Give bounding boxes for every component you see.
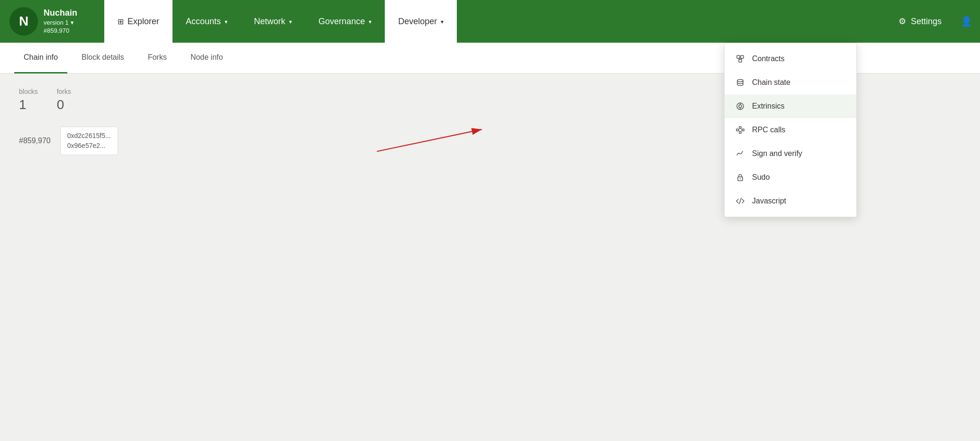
nav-label-governance: Governance	[318, 17, 365, 27]
tab-block-details[interactable]: Block details	[72, 43, 134, 74]
chevron-down-icon: ▾	[441, 18, 444, 25]
code-icon	[735, 196, 745, 206]
svg-rect-2	[737, 55, 740, 58]
menu-label-sudo: Sudo	[752, 173, 770, 182]
settings-label: Settings	[911, 17, 942, 27]
svg-rect-13	[739, 127, 741, 129]
svg-point-9	[739, 105, 742, 108]
menu-label-rpc-calls: RPC calls	[752, 126, 785, 134]
extrinsics-icon	[735, 101, 745, 111]
svg-rect-14	[739, 131, 741, 133]
nav-item-developer[interactable]: Developer ▾	[385, 0, 457, 43]
logo-text: Nuchain version 1 ▾ #859,970	[44, 8, 77, 35]
svg-line-6	[740, 58, 742, 59]
hash-line-2: 0x96e57e2...	[67, 141, 111, 151]
app-name: Nuchain	[44, 8, 77, 18]
main-nav: ⊞ Explorer Accounts ▾ Network ▾ Governan…	[104, 0, 887, 43]
nav-item-network[interactable]: Network ▾	[241, 0, 305, 43]
menu-item-javascript[interactable]: Javascript	[725, 189, 856, 213]
svg-rect-15	[742, 129, 744, 131]
app-version: version 1 ▾	[44, 19, 77, 27]
blocks-label: blocks	[19, 88, 38, 95]
rpc-icon	[735, 125, 745, 135]
nav-item-accounts[interactable]: Accounts ▾	[172, 0, 241, 43]
stat-blocks: blocks 1	[19, 88, 38, 112]
tab-forks[interactable]: Forks	[138, 43, 176, 74]
chevron-down-icon: ▾	[71, 19, 74, 27]
chain-state-icon	[735, 77, 745, 88]
menu-item-sudo[interactable]: Sudo	[725, 165, 856, 189]
svg-rect-4	[739, 59, 742, 62]
menu-label-sign-verify: Sign and verify	[752, 149, 802, 158]
menu-item-sign-verify[interactable]: Sign and verify	[725, 142, 856, 165]
chevron-down-icon: ▾	[225, 18, 227, 25]
menu-label-chain-state: Chain state	[752, 78, 790, 87]
logo-icon: N	[9, 7, 38, 36]
menu-item-chain-state[interactable]: Chain state	[725, 71, 856, 94]
tab-chain-info[interactable]: Chain info	[14, 43, 67, 74]
sign-icon	[735, 148, 745, 159]
developer-dropdown: Contracts Chain state Extrinsics	[724, 43, 857, 217]
menu-label-contracts: Contracts	[752, 55, 784, 63]
current-block-number: #859,970	[19, 137, 51, 145]
svg-line-22	[739, 198, 741, 204]
blocks-value: 1	[19, 97, 27, 112]
stat-forks: forks 0	[57, 88, 71, 112]
nav-label-network: Network	[254, 17, 285, 27]
nav-item-governance[interactable]: Governance ▾	[305, 0, 385, 43]
nav-label-developer: Developer	[398, 17, 437, 27]
nav-item-explorer[interactable]: ⊞ Explorer	[104, 0, 172, 43]
forks-label: forks	[57, 88, 71, 95]
contracts-icon	[735, 54, 745, 64]
forks-value: 0	[57, 97, 64, 112]
block-hash-box: 0xd2c2615f5... 0x96e57e2...	[60, 127, 118, 155]
hash-line-1: 0xd2c2615f5...	[67, 131, 111, 141]
nav-label-accounts: Accounts	[186, 17, 221, 27]
nav-label-explorer: Explorer	[127, 17, 159, 27]
tab-node-info[interactable]: Node info	[181, 43, 233, 74]
main-header: N Nuchain version 1 ▾ #859,970 ⊞ Explore…	[0, 0, 980, 43]
menu-item-contracts[interactable]: Contracts	[725, 47, 856, 71]
grid-icon: ⊞	[118, 17, 124, 26]
block-number-header: #859,970	[44, 27, 77, 35]
svg-line-5	[738, 58, 740, 59]
svg-point-21	[740, 178, 741, 179]
menu-item-extrinsics[interactable]: Extrinsics	[725, 94, 856, 118]
logo-section[interactable]: N Nuchain version 1 ▾ #859,970	[0, 0, 104, 43]
svg-point-7	[737, 80, 743, 82]
menu-label-extrinsics: Extrinsics	[752, 102, 784, 110]
settings-button[interactable]: ⚙ Settings	[887, 0, 953, 43]
svg-rect-3	[741, 55, 744, 58]
chevron-down-icon: ▾	[369, 18, 372, 25]
account-icon[interactable]: 👤	[953, 0, 980, 43]
menu-label-javascript: Javascript	[752, 197, 786, 205]
chevron-down-icon: ▾	[289, 18, 292, 25]
gear-icon: ⚙	[898, 16, 906, 27]
svg-rect-12	[736, 129, 738, 131]
menu-item-rpc-calls[interactable]: RPC calls	[725, 118, 856, 142]
sudo-icon	[735, 172, 745, 183]
